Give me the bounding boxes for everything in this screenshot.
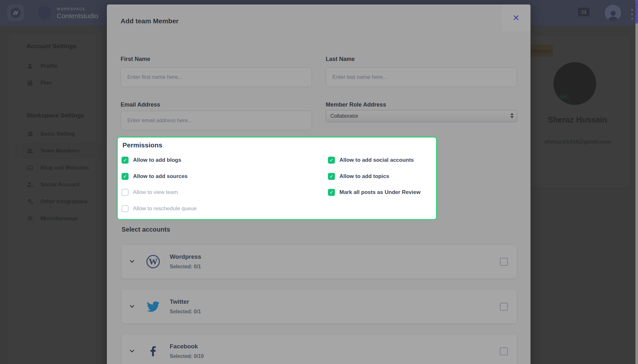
facebook-icon [146, 344, 160, 359]
member-role-select[interactable]: Collaborator [326, 110, 517, 122]
page-scrollbar-track[interactable] [635, 0, 638, 364]
last-name-label: Last Name [326, 56, 355, 63]
permissions-title: Permissions [122, 141, 162, 149]
contentstudio-logo[interactable] [7, 4, 24, 21]
checkbox-icon[interactable] [328, 173, 335, 180]
select-arrows-icon [510, 113, 514, 118]
last-name-input[interactable] [326, 67, 517, 87]
permission-mark-posts-under-review[interactable]: Mark all posts as Under Review [328, 189, 420, 196]
wordpress-icon: W [146, 254, 160, 269]
permission-allow-add-social-accounts[interactable]: Allow to add social accounts [328, 156, 414, 164]
email-label: Email Address [121, 101, 160, 108]
modal-title: Add team Member [121, 17, 179, 25]
close-button[interactable]: ✕ [502, 4, 530, 31]
member-role-label: Member Role Address [326, 101, 386, 108]
account-checkbox[interactable] [500, 258, 508, 266]
email-input[interactable] [121, 111, 312, 130]
permission-allow-reschedule-queue[interactable]: Allow to reschedule queue [122, 205, 197, 212]
checkbox-icon[interactable] [122, 157, 129, 164]
checkbox-icon[interactable] [328, 189, 335, 196]
chevron-down-icon[interactable] [129, 258, 136, 265]
first-name-label: First Name [121, 56, 150, 63]
first-name-input[interactable] [121, 67, 312, 87]
page-scrollbar-thumb[interactable] [635, 0, 638, 24]
account-row-twitter: Twitter Selected: 0/1 [122, 290, 517, 323]
account-row-facebook: Facebook Selected: 0/19 [122, 334, 517, 364]
permission-allow-add-blogs[interactable]: Allow to add blogs [122, 156, 181, 164]
account-checkbox[interactable] [500, 303, 508, 311]
workspace-avatar[interactable] [38, 6, 51, 19]
user-avatar[interactable] [605, 5, 621, 21]
workspace-label: WORKSPACE [57, 7, 85, 11]
twitter-icon [146, 299, 160, 314]
notification-badge[interactable]: 23 [578, 8, 590, 16]
workspace-name[interactable]: Contentstudio [57, 12, 98, 20]
permissions-panel: Permissions Allow to add blogs Allow to … [117, 137, 437, 220]
select-accounts-title: Select accounts [122, 226, 170, 233]
chevron-down-icon[interactable] [129, 303, 136, 310]
add-team-member-modal: Add team Member ✕ First Name Last Name E… [107, 4, 530, 364]
more-menu-icon[interactable] [631, 9, 633, 20]
checkbox-icon[interactable] [122, 189, 129, 196]
member-role-value: Collaborator [330, 113, 358, 119]
close-icon: ✕ [513, 14, 520, 22]
checkbox-icon[interactable] [122, 173, 129, 180]
account-row-wordpress: W Wordpress Selected: 0/1 [122, 245, 517, 279]
permission-allow-add-sources[interactable]: Allow to add sources [122, 173, 188, 180]
permission-allow-add-topics[interactable]: Allow to add topics [328, 173, 389, 180]
account-checkbox[interactable] [500, 347, 508, 355]
chevron-down-icon[interactable] [129, 347, 136, 354]
permission-allow-view-team[interactable]: Allow to view team [122, 189, 178, 196]
checkbox-icon[interactable] [328, 157, 335, 164]
checkbox-icon[interactable] [122, 205, 129, 212]
